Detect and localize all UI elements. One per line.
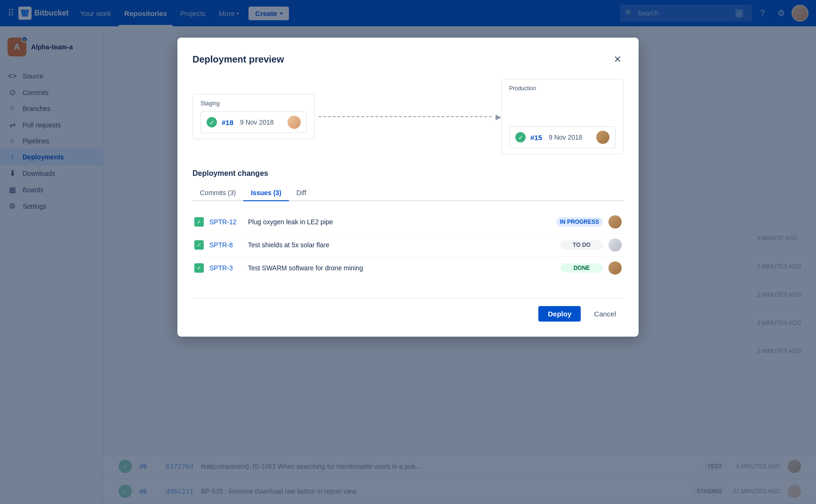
- changes-title: Deployment changes: [192, 169, 624, 178]
- staging-build-date: 9 Nov 2018: [240, 118, 283, 126]
- deploy-button[interactable]: Deploy: [538, 306, 581, 322]
- production-build-num[interactable]: #15: [530, 134, 542, 142]
- production-label: Production: [509, 85, 616, 92]
- production-empty-slot: [509, 96, 616, 123]
- tab-commits[interactable]: Commits (3): [192, 185, 243, 201]
- deployment-preview-modal: Deployment preview ✕ Staging ✓ #18 9 Nov…: [177, 38, 639, 337]
- issue-key-3[interactable]: SPTR-3: [209, 264, 242, 272]
- staging-box: Staging ✓ #18 9 Nov 2018: [192, 94, 315, 139]
- production-box: Production ✓ #15 9 Nov 2018: [501, 79, 624, 154]
- environment-arrow: ▶: [315, 107, 501, 126]
- issue-row-2: ✓ SPTR-8 Test shields at 5x solar flare …: [192, 234, 624, 257]
- issue-status-3: DONE: [560, 263, 603, 273]
- issue-avatar-1: [608, 215, 622, 228]
- production-build: ✓ #15 9 Nov 2018: [509, 126, 616, 148]
- cancel-button[interactable]: Cancel: [586, 306, 624, 322]
- environments-section: Staging ✓ #18 9 Nov 2018 ▶ Production ✓: [192, 79, 624, 154]
- issue-key-1[interactable]: SPTR-12: [209, 218, 242, 226]
- tab-diff[interactable]: Diff: [289, 185, 314, 201]
- staging-label: Staging: [200, 100, 307, 107]
- issue-status-1: IN PROGRESS: [556, 217, 603, 227]
- production-check-icon: ✓: [515, 132, 526, 142]
- modal-overlay: Deployment preview ✕ Staging ✓ #18 9 Nov…: [0, 0, 816, 504]
- issue-type-icon-2: ✓: [194, 240, 204, 250]
- modal-footer: Deploy Cancel: [192, 298, 624, 322]
- issue-title-1: Plug oxygen leak in LE2 pipe: [248, 218, 551, 226]
- issue-row-3: ✓ SPTR-3 Test SWARM software for drone m…: [192, 257, 624, 279]
- issue-row-1: ✓ SPTR-12 Plug oxygen leak in LE2 pipe I…: [192, 211, 624, 234]
- production-avatar: [596, 131, 609, 144]
- issues-list: ✓ SPTR-12 Plug oxygen leak in LE2 pipe I…: [192, 211, 624, 279]
- staging-check-icon: ✓: [207, 117, 217, 127]
- modal-header: Deployment preview ✕: [192, 53, 624, 66]
- issue-key-2[interactable]: SPTR-8: [209, 241, 242, 249]
- staging-build-num[interactable]: #18: [222, 118, 233, 126]
- staging-avatar: [288, 116, 301, 129]
- deployment-changes-section: Deployment changes Commits (3) Issues (3…: [192, 169, 624, 279]
- issue-title-3: Test SWARM software for drone mining: [248, 264, 555, 272]
- modal-close-button[interactable]: ✕: [612, 53, 624, 66]
- staging-build: ✓ #18 9 Nov 2018: [200, 111, 307, 133]
- production-build-date: 9 Nov 2018: [549, 134, 592, 141]
- changes-tabs: Commits (3) Issues (3) Diff: [192, 185, 624, 201]
- tab-issues[interactable]: Issues (3): [243, 185, 289, 201]
- issue-type-icon-1: ✓: [194, 217, 204, 227]
- arrow-line: [319, 116, 492, 117]
- arrow-head-icon: ▶: [496, 112, 501, 121]
- issue-status-2: TO DO: [560, 240, 603, 250]
- modal-title: Deployment preview: [192, 54, 284, 65]
- issue-type-icon-3: ✓: [194, 263, 204, 273]
- issue-avatar-2: [608, 238, 622, 252]
- issue-title-2: Test shields at 5x solar flare: [248, 241, 555, 249]
- issue-avatar-3: [608, 261, 622, 275]
